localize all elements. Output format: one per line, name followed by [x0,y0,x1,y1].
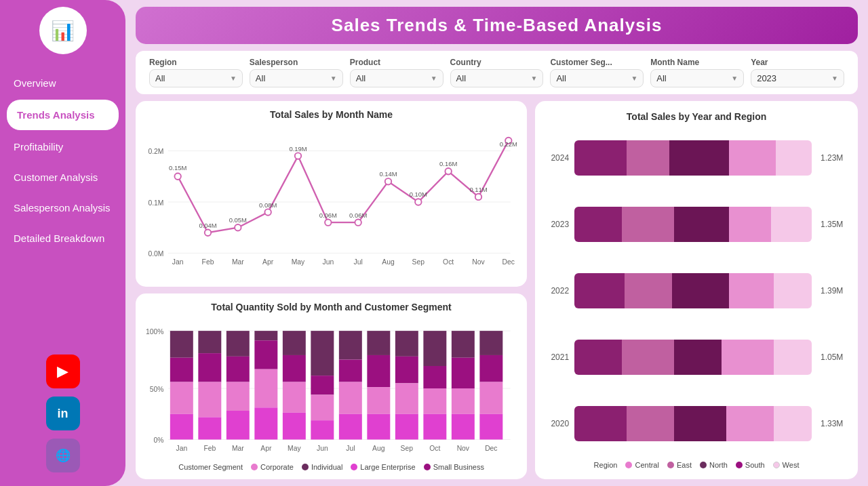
svg-rect-84 [423,331,446,366]
svg-rect-89 [452,358,475,388]
svg-rect-54 [198,382,221,418]
svg-rect-62 [254,369,277,408]
svg-text:Jan: Jan [172,258,184,266]
legend-corporate: Corporate [251,463,294,471]
svg-text:Dec: Dec [502,258,515,266]
svg-text:0.19M: 0.19M [289,145,307,153]
svg-rect-94 [479,382,502,414]
legend-south: South [736,461,765,469]
sidebar-item-overview[interactable]: Overview [0,68,125,98]
legend-west: West [773,461,800,469]
svg-text:Mar: Mar [232,258,244,266]
svg-text:0.2M: 0.2M [148,148,163,155]
legend-east: East [667,461,692,469]
svg-text:Nov: Nov [457,445,470,452]
sidebar-item-customer[interactable]: Customer Analysis [0,162,125,193]
year-bar-chart-box: Total Sales by Year and Region 2024 1.23… [535,101,858,479]
product-select[interactable]: All ▼ [350,69,443,87]
svg-text:50%: 50% [150,386,164,393]
year-bar-2020: 2020 1.33M [545,406,848,441]
charts-row: Total Sales by Month Name 0.2M 0.1M 0.0M [136,101,858,479]
svg-rect-50 [170,382,193,414]
svg-rect-59 [226,411,250,439]
filter-salesperson: Salesperson All ▼ [250,58,343,87]
svg-rect-82 [395,383,418,413]
svg-rect-92 [479,331,502,355]
sidebar-item-trends[interactable]: Trends Analysis [7,100,119,130]
svg-text:May: May [292,258,305,266]
svg-rect-81 [395,357,418,384]
sidebar-item-profitability[interactable]: Profitability [0,131,125,162]
sidebar-item-detailed[interactable]: Detailed Breakdown [0,223,125,254]
salesperson-select[interactable]: All ▼ [250,69,343,87]
svg-rect-72 [339,331,362,359]
svg-text:Jan: Jan [176,445,187,452]
svg-text:0.08M: 0.08M [259,201,277,209]
svg-rect-55 [198,417,221,439]
svg-point-6 [174,174,180,180]
svg-rect-83 [395,414,418,440]
region-select[interactable]: All ▼ [149,69,243,87]
svg-rect-52 [198,331,221,353]
svg-text:Jul: Jul [354,258,363,266]
customer-seg-select[interactable]: All ▼ [550,69,644,87]
month-select[interactable]: All ▼ [650,69,744,87]
svg-text:Feb: Feb [202,258,214,266]
svg-rect-66 [283,382,306,413]
svg-point-16 [475,194,481,200]
svg-text:Aug: Aug [372,445,385,452]
svg-text:0.15M: 0.15M [169,164,186,171]
svg-text:Oct: Oct [429,445,440,452]
line-chart-box: Total Sales by Month Name 0.2M 0.1M 0.0M [136,101,527,287]
svg-rect-71 [311,420,334,439]
logo-icon: 📊 [51,20,75,42]
sidebar-item-salesperson[interactable]: Salesperson Analysis [0,193,125,223]
year-bar-title: Total Sales by Year and Region [545,111,848,122]
svg-text:0.04M: 0.04M [199,222,216,229]
svg-rect-61 [254,340,277,369]
svg-rect-87 [423,414,446,440]
logo: 📊 [39,7,87,54]
stacked-bar-title: Total Quantity Sold by Month and Custome… [146,302,517,312]
stacked-bar-area: 100% 50% 0% [146,318,517,459]
svg-rect-69 [311,376,334,394]
page-title: Sales Trends & Time-Based Analysis [149,15,844,36]
svg-text:0.0M: 0.0M [148,250,163,258]
svg-point-10 [295,153,301,159]
stacked-bar-legend: Customer Segment Corporate Individual La… [146,463,517,471]
svg-point-13 [385,178,391,184]
svg-text:Apr: Apr [260,445,272,452]
year-bar-2023: 2023 1.35M [545,207,848,242]
svg-rect-64 [283,331,306,355]
linkedin-button[interactable]: in [46,397,80,430]
year-bar-2021: 2021 1.05M [545,340,848,375]
social-links: ▶ in 🌐 [46,355,80,486]
svg-text:0.16M: 0.16M [439,160,457,167]
svg-rect-73 [339,360,362,382]
svg-rect-70 [311,394,334,420]
main-content: Sales Trends & Time-Based Analysis Regio… [125,0,868,486]
youtube-button[interactable]: ▶ [46,355,80,388]
svg-text:May: May [288,445,301,452]
svg-rect-74 [339,382,362,414]
legend-north: North [700,461,728,469]
svg-text:100%: 100% [146,328,163,336]
filter-bar: Region All ▼ Salesperson All ▼ Product A… [136,51,858,94]
svg-rect-90 [452,388,475,414]
line-chart-area: 0.2M 0.1M 0.0M [146,125,517,279]
header-banner: Sales Trends & Time-Based Analysis [136,7,858,44]
svg-text:0.05M: 0.05M [229,216,247,224]
country-select[interactable]: All ▼ [450,69,544,87]
left-panel: Total Sales by Month Name 0.2M 0.1M 0.0M [136,101,527,479]
sidebar: 📊 Overview Trends Analysis Profitability… [0,0,125,486]
year-select[interactable]: 2023 ▼ [751,69,844,87]
web-button[interactable]: 🌐 [46,439,80,472]
svg-text:0.22M: 0.22M [500,140,517,148]
svg-text:0.11M: 0.11M [469,186,487,193]
svg-point-11 [325,219,331,225]
svg-text:0.10M: 0.10M [410,190,427,198]
svg-rect-67 [283,413,306,440]
year-bar-2024: 2024 1.23M [545,140,848,176]
svg-text:Sep: Sep [412,258,425,266]
stacked-bar-chart-box: Total Quantity Sold by Month and Custome… [136,293,527,479]
